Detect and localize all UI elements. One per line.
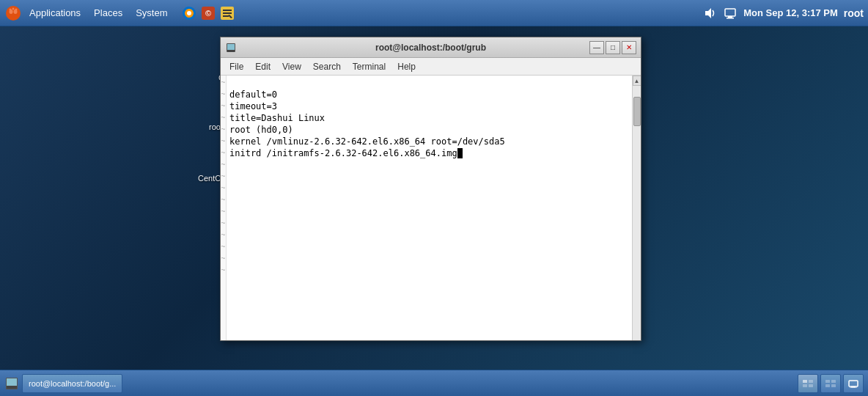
editor-window-icon [225, 42, 237, 54]
tilde-line: ~ [221, 159, 226, 171]
tilde-line: ~ [221, 100, 226, 112]
tilde-line: ~ [221, 230, 226, 241]
svg-rect-18 [728, 16, 732, 18]
text-cursor [457, 148, 463, 158]
tilde-line: ~ [221, 194, 226, 206]
svg-rect-22 [227, 50, 235, 52]
open-window-button[interactable]: root@localhost:/boot/g... [22, 374, 122, 393]
svg-rect-13 [223, 12, 232, 14]
gnome-foot-icon[interactable] [4, 4, 22, 22]
svg-point-3 [10, 8, 12, 10]
open-window-label: root@localhost:/boot/g... [29, 379, 116, 388]
text-area[interactable]: default=0 timeout=3 title=Dashui Linux r… [227, 76, 632, 340]
maximize-button[interactable]: □ [606, 41, 620, 54]
workspace-2-button[interactable] [820, 374, 841, 393]
svg-rect-36 [850, 387, 857, 388]
taskbar-top: Applications Places System © [0, 0, 868, 26]
editor-window: root@localhost:/boot/grub — □ ✕ File Edi… [220, 37, 641, 341]
show-desktop-button[interactable] [843, 374, 864, 393]
window-controls: — □ ✕ [589, 41, 636, 54]
desktop-label-3: CentO [198, 174, 221, 183]
line-1: default=0 [229, 89, 277, 100]
svg-rect-33 [831, 384, 836, 387]
line-6: initrd /initramfs-2.6.32-642.el6.x86_64.… [229, 148, 463, 158]
tilde-line: ~ [221, 112, 226, 124]
firefox-icon[interactable] [180, 4, 198, 22]
tilde-line: ~ [221, 171, 226, 183]
tilde-line: ~ [221, 77, 226, 89]
taskbar-applications[interactable]: Applications [23, 4, 87, 21]
editor-menubar: File Edit View Search Terminal Help [221, 58, 641, 76]
svg-text:©: © [205, 9, 211, 18]
taskbar-system[interactable]: System [130, 4, 173, 21]
username: root [844, 7, 864, 19]
svg-rect-27 [809, 380, 813, 383]
tilde-line: ~ [221, 206, 226, 218]
tilde-line: ~ [221, 136, 226, 147]
menu-help[interactable]: Help [391, 60, 422, 73]
svg-point-4 [15, 8, 18, 10]
minimize-button[interactable]: — [589, 41, 604, 54]
svg-rect-21 [227, 44, 235, 50]
svg-rect-14 [223, 15, 229, 17]
menu-terminal[interactable]: Terminal [347, 60, 391, 73]
tilde-line: ~ [221, 265, 226, 276]
tilde-line: ~ [221, 147, 226, 159]
svg-rect-25 [7, 386, 17, 389]
network-icon[interactable] [723, 6, 738, 21]
svg-point-8 [187, 11, 191, 15]
svg-rect-30 [825, 380, 830, 383]
svg-rect-28 [803, 384, 807, 387]
svg-rect-34 [849, 381, 858, 386]
svg-rect-24 [7, 378, 17, 386]
line-indicator: ~~~~~~~~~~~~~~~~~ [221, 76, 227, 340]
menu-search[interactable]: Search [307, 60, 347, 73]
scroll-thumb[interactable] [633, 97, 641, 126]
tilde-line: ~ [221, 183, 226, 194]
tilde-line: ~ [221, 124, 226, 136]
svg-rect-31 [831, 380, 836, 383]
line-4: root (hd0,0) [229, 125, 293, 135]
workspace-1-button[interactable] [798, 374, 818, 393]
editor-title: root@localhost:/boot/grub [375, 43, 486, 53]
editor-content[interactable]: ~~~~~~~~~~~~~~~~~ default=0 timeout=3 ti… [221, 76, 641, 340]
menu-edit[interactable]: Edit [249, 60, 276, 73]
scrollbar-vertical[interactable]: ▲ [632, 76, 641, 340]
svg-rect-32 [825, 384, 830, 387]
line-3: title=Dashui Linux [229, 113, 325, 123]
volume-icon[interactable] [702, 6, 717, 21]
text-content: default=0 timeout=3 title=Dashui Linux r… [229, 77, 629, 159]
svg-rect-12 [223, 10, 232, 11]
svg-marker-16 [705, 8, 711, 18]
taskbar-places[interactable]: Places [88, 4, 128, 21]
svg-rect-29 [809, 384, 813, 387]
editor-titlebar: root@localhost:/boot/grub — □ ✕ [221, 37, 641, 58]
svg-point-5 [12, 7, 15, 10]
desktop-label-2: roo [209, 122, 221, 131]
close-button[interactable]: ✕ [622, 41, 636, 54]
svg-rect-35 [851, 386, 856, 388]
line-5: kernel /vmlinuz-2.6.32-642.el6.x86_64 ro… [229, 136, 505, 147]
scroll-up-arrow[interactable]: ▲ [633, 76, 641, 86]
tilde-line: ~ [221, 253, 226, 265]
tilde-line: ~ [221, 241, 226, 253]
tilde-line: ~ [221, 89, 226, 100]
menu-view[interactable]: View [276, 60, 307, 73]
taskbar-bottom-right [798, 374, 864, 393]
app-icon-2[interactable]: © [199, 4, 217, 22]
taskbar-bottom-icon [4, 376, 19, 391]
svg-rect-26 [803, 380, 807, 383]
clock: Mon Sep 12, 3:17 PM [743, 7, 838, 18]
taskbar-bottom: root@localhost:/boot/g... [0, 370, 868, 396]
svg-rect-19 [727, 18, 734, 19]
edit-icon[interactable] [218, 4, 236, 22]
svg-rect-17 [725, 9, 735, 16]
line-2: timeout=3 [229, 101, 277, 111]
taskbar-top-left: Applications Places System © [4, 4, 236, 22]
taskbar-top-right: Mon Sep 12, 3:17 PM root [702, 6, 864, 21]
menu-file[interactable]: File [224, 60, 249, 73]
tilde-line: ~ [221, 218, 226, 230]
